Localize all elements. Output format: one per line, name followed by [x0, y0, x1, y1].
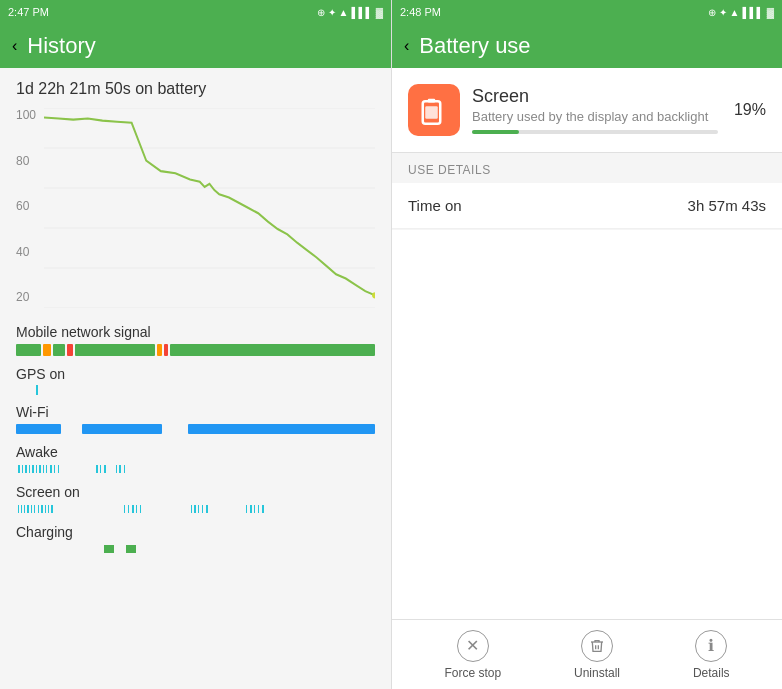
y-label-100: 100	[16, 108, 36, 122]
signal-seg-green3	[75, 344, 155, 356]
back-button-right[interactable]: ‹	[404, 37, 409, 55]
nav-bar-left: ‹ History	[0, 24, 391, 68]
status-time-right: 2:48 PM	[400, 6, 441, 18]
wifi-seg3	[188, 424, 375, 434]
detail-row-time-on: Time on 3h 57m 43s	[392, 183, 782, 229]
bluetooth-icon-r: ✦	[719, 7, 727, 18]
svg-rect-34	[48, 505, 49, 513]
awake-label: Awake	[16, 444, 375, 460]
svg-rect-25	[18, 505, 19, 513]
svg-rect-12	[36, 465, 37, 473]
details-button[interactable]: ℹ Details	[693, 630, 730, 680]
mobile-network-section: Mobile network signal	[16, 324, 375, 356]
status-time-left: 2:47 PM	[8, 6, 49, 18]
svg-rect-15	[46, 465, 47, 473]
svg-rect-17	[54, 465, 55, 473]
wifi-icon-r: ▲	[730, 7, 740, 18]
nav-bar-right: ‹ Battery use	[392, 24, 782, 68]
gps-section: GPS on	[16, 366, 375, 394]
awake-ticks	[16, 464, 375, 474]
svg-rect-19	[96, 465, 98, 473]
status-icons-right: ⊕ ✦ ▲ ▌▌▌ ▓	[708, 7, 774, 18]
empty-chart-area	[392, 230, 782, 619]
bluetooth-icon: ✦	[328, 7, 336, 18]
signal-seg-orange1	[43, 344, 51, 356]
app-name: Screen	[472, 86, 718, 107]
status-bar-left: 2:47 PM ⊕ ✦ ▲ ▌▌▌ ▓	[0, 0, 391, 24]
battery-chart: 100 80 60 40 20	[16, 108, 375, 308]
app-progress-track	[472, 130, 718, 134]
wifi-bar	[16, 424, 375, 434]
charging-section: Charging	[16, 524, 375, 554]
battery-icon-r: ▓	[767, 7, 774, 18]
uninstall-button[interactable]: Uninstall	[574, 630, 620, 680]
sim-icon: ⊕	[317, 7, 325, 18]
svg-rect-27	[24, 505, 25, 513]
app-info-card: Screen Battery used by the display and b…	[392, 68, 782, 153]
svg-rect-42	[194, 505, 196, 513]
screenon-label: Screen on	[16, 484, 375, 500]
svg-rect-20	[100, 465, 101, 473]
signal-icon-r: ▌▌▌	[742, 7, 763, 18]
wifi-label: Wi-Fi	[16, 404, 375, 420]
details-icon: ℹ	[695, 630, 727, 662]
force-stop-icon: ✕	[457, 630, 489, 662]
force-stop-label: Force stop	[444, 666, 501, 680]
app-info-text: Screen Battery used by the display and b…	[472, 86, 718, 134]
svg-rect-31	[38, 505, 39, 513]
svg-rect-29	[31, 505, 32, 513]
app-progress-fill	[472, 130, 519, 134]
mobile-network-bar	[16, 344, 375, 356]
svg-rect-9	[25, 465, 27, 473]
uninstall-icon	[581, 630, 613, 662]
sim-icon-r: ⊕	[708, 7, 716, 18]
status-icons-left: ⊕ ✦ ▲ ▌▌▌ ▓	[317, 7, 383, 18]
svg-rect-13	[39, 465, 41, 473]
svg-rect-11	[32, 465, 34, 473]
wifi-section: Wi-Fi	[16, 404, 375, 434]
use-details-label: USE DETAILS	[408, 163, 766, 177]
svg-rect-35	[51, 505, 53, 513]
back-button-left[interactable]: ‹	[12, 37, 17, 55]
detail-value-time-on: 3h 57m 43s	[688, 197, 766, 214]
uninstall-label: Uninstall	[574, 666, 620, 680]
mobile-network-label: Mobile network signal	[16, 324, 375, 340]
battery-icon: ▓	[376, 7, 383, 18]
svg-rect-47	[250, 505, 252, 513]
svg-rect-52	[126, 545, 136, 553]
svg-rect-24	[124, 465, 125, 473]
detail-key-time-on: Time on	[408, 197, 462, 214]
status-bar-right: 2:48 PM ⊕ ✦ ▲ ▌▌▌ ▓	[392, 0, 782, 24]
details-label: Details	[693, 666, 730, 680]
screenon-section: Screen on	[16, 484, 375, 514]
app-icon	[408, 84, 460, 136]
svg-rect-41	[191, 505, 192, 513]
chart-svg-area	[44, 108, 375, 308]
signal-seg-red1	[67, 344, 73, 356]
svg-rect-30	[34, 505, 35, 513]
svg-rect-40	[140, 505, 141, 513]
svg-rect-10	[29, 465, 30, 473]
svg-rect-16	[50, 465, 52, 473]
battery-display-icon	[419, 95, 449, 125]
app-percent: 19%	[730, 101, 766, 119]
svg-rect-22	[116, 465, 117, 473]
wifi-seg2	[82, 424, 162, 434]
svg-rect-51	[104, 545, 114, 553]
wifi-icon: ▲	[339, 7, 349, 18]
signal-icon: ▌▌▌	[351, 7, 372, 18]
svg-rect-7	[18, 465, 20, 473]
wifi-seg1	[16, 424, 61, 434]
signal-seg-green4	[170, 344, 375, 356]
force-stop-button[interactable]: ✕ Force stop	[444, 630, 501, 680]
y-label-80: 80	[16, 154, 36, 168]
signal-seg-red2	[164, 344, 168, 356]
svg-rect-48	[254, 505, 255, 513]
app-desc: Battery used by the display and backligh…	[472, 109, 718, 124]
page-title-left: History	[27, 33, 95, 59]
use-details-header: USE DETAILS	[392, 153, 782, 183]
page-title-right: Battery use	[419, 33, 530, 59]
charging-ticks	[16, 544, 375, 554]
signal-seg-orange2	[157, 344, 162, 356]
chart-y-labels: 100 80 60 40 20	[16, 108, 36, 308]
